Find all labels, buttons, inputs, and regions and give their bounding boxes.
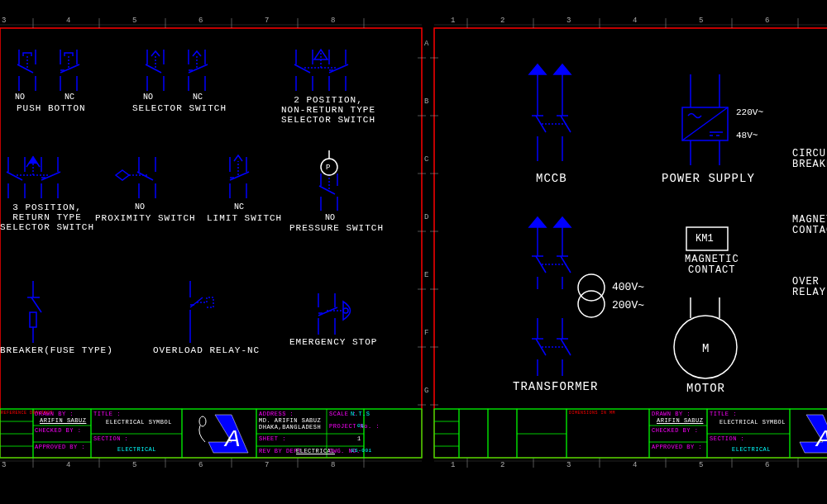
grid-col-4: 4	[66, 17, 70, 25]
grid-col-5: 5	[132, 17, 136, 25]
grid-col-8b: 8	[331, 461, 335, 469]
svg-line-98	[137, 172, 153, 180]
svg-line-59	[146, 64, 161, 73]
power-supply-label: POWER SUPPLY	[662, 172, 755, 185]
svg-rect-177	[0, 409, 33, 458]
svg-rect-193	[434, 409, 459, 458]
grid-col-r3b: 3	[566, 461, 571, 469]
svg-line-146	[682, 107, 728, 140]
grid-col-8: 8	[331, 17, 335, 25]
dim-label: DIMENSIONS IN MM	[569, 411, 615, 416]
ps-v1: 220V~	[736, 107, 763, 117]
grid-row-d: D	[424, 213, 428, 221]
drawn-by-label: DRAWN BY :	[35, 411, 74, 417]
push-button-nc-symbol	[60, 50, 79, 91]
grid-col-r1b: 1	[451, 461, 455, 469]
svg-line-77	[329, 64, 348, 73]
project-label: PROJECT No. :	[329, 423, 380, 430]
svg-rect-1	[434, 28, 827, 458]
svg-text:A: A	[815, 426, 827, 451]
svg-line-52	[60, 64, 79, 73]
two-pos-selector-symbol	[294, 50, 348, 91]
selector-label: SELECTOR SWITCH	[132, 103, 227, 113]
svg-line-85	[7, 172, 22, 180]
grid-col-r4b: 4	[633, 461, 637, 469]
motor-label: MOTOR	[686, 382, 725, 395]
nc-label: NC	[65, 93, 74, 102]
logo-icon: A	[199, 415, 248, 453]
svg-point-162	[578, 291, 605, 317]
grid-col-r5b: 5	[699, 461, 703, 469]
approved-by-label-r: APPROVED BY :	[652, 444, 702, 450]
grid-col-5b: 5	[132, 461, 136, 469]
svg-point-161	[578, 274, 605, 301]
svg-line-128	[318, 307, 337, 316]
push-button-label: PUSH BOTTON	[17, 103, 86, 113]
svg-point-209	[199, 416, 206, 426]
svg-point-133	[343, 308, 348, 313]
scale-text: N.T.S	[351, 411, 370, 417]
motor-symbol	[674, 297, 737, 378]
two-pos-label: 2 POSITION, NON-RETURN TYPE SELECTOR SWI…	[281, 95, 375, 125]
grid-row-g: G	[424, 387, 428, 395]
no-label: NO	[15, 93, 25, 102]
pressure-symbol	[319, 150, 337, 211]
overload-label: OVERLOAD RELAY-NC	[153, 345, 260, 355]
nc-label-sel: NC	[193, 93, 203, 102]
svg-rect-198	[488, 409, 517, 458]
approved-by-label: APPROVED BY :	[35, 444, 85, 450]
svg-rect-191	[364, 409, 422, 458]
project-text: 01	[357, 423, 364, 429]
grid-col-3: 3	[2, 17, 6, 25]
checked-by-label-r: CHECKED BY :	[652, 427, 698, 434]
selector-nc-symbol	[189, 50, 208, 91]
dwg-text: ES-001	[351, 448, 372, 454]
svg-text:A: A	[223, 426, 241, 451]
svg-rect-119	[30, 312, 36, 327]
svg-line-118	[31, 297, 41, 312]
grid-col-7: 7	[265, 17, 269, 25]
p-label: P	[326, 164, 330, 172]
push-button-no-symbol	[17, 50, 36, 91]
grid-row-f: F	[424, 329, 428, 337]
svg-line-164	[536, 339, 546, 355]
km1-label: KM1	[696, 233, 714, 245]
title-text: ELECTRICAL SYMBOL	[106, 419, 172, 426]
section-text-r: ELECTRICAL	[732, 446, 771, 453]
pressure-no: NO	[325, 213, 335, 222]
address-label: ADDRESS :	[259, 411, 294, 417]
prox-label: PROXIMITY SWITCH	[95, 213, 196, 223]
grid-col-r3: 3	[566, 17, 571, 25]
title-label: TITLE :	[93, 411, 121, 417]
sheet-text: 1	[357, 435, 361, 442]
grid-col-7b: 7	[265, 461, 269, 469]
svg-line-104	[230, 172, 249, 180]
svg-line-135	[536, 116, 546, 132]
limit-label: LIMIT SWITCH	[207, 213, 282, 223]
grid-col-r1: 1	[451, 17, 455, 25]
grid-col-r4: 4	[633, 17, 637, 25]
mccb-label: MCCB	[536, 172, 567, 185]
svg-line-153	[536, 256, 546, 273]
selector-no-symbol	[146, 50, 164, 91]
grid-col-r5: 5	[699, 17, 703, 25]
drawn-by: ARIFIN SABUZ	[40, 417, 86, 424]
svg-line-111	[319, 186, 335, 194]
tx-label: TRANSFORMER	[513, 380, 598, 393]
grid-col-4b: 4	[66, 461, 70, 469]
three-pos-label: 3 POSITION, RETURN TYPE SELECTOR SWITCH	[0, 202, 94, 232]
svg-rect-0	[0, 28, 422, 458]
mc-right-label: MAGNETI CONTACT	[792, 215, 827, 236]
olr-label: OVER LOA RELAY	[792, 277, 827, 298]
sheet-label: SHEET :	[259, 435, 286, 442]
svg-line-90	[41, 172, 60, 180]
limit-nc: NC	[234, 202, 244, 212]
power-supply-symbol	[682, 74, 728, 165]
grid-col-3b: 3	[2, 461, 6, 469]
svg-line-65	[189, 64, 208, 73]
breaker-label: BREAKER(FUSE TYPE)	[0, 345, 113, 355]
three-pos-selector-symbol	[7, 157, 60, 198]
limit-symbol	[230, 155, 249, 198]
transformer-symbol	[529, 217, 605, 376]
tx-v2: 200V~	[612, 299, 644, 311]
